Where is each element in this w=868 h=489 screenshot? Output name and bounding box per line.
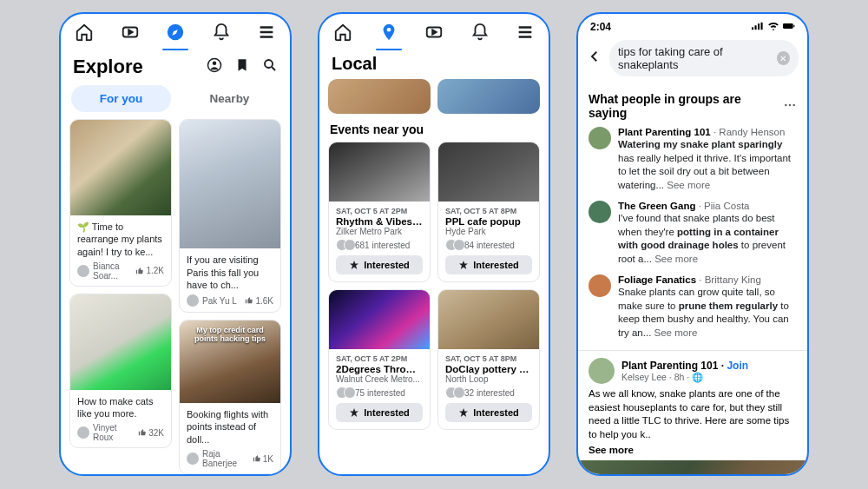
category-chips [319, 79, 549, 119]
page-title: Local [319, 50, 549, 79]
group-snippet[interactable]: The Green Gang · Piia Costa I've found t… [578, 201, 807, 274]
category-chip[interactable] [437, 79, 540, 114]
card-image: My top credit card points hacking tips [180, 320, 280, 403]
events-grid: SAT, OCT 5 AT 2PM Rhythm & Vibes Dan... … [319, 142, 549, 430]
interested-button[interactable]: Interested [336, 255, 423, 274]
event-place: Walnut Creek Metro... [329, 374, 430, 387]
group-avatar [589, 274, 611, 297]
back-button[interactable] [587, 49, 602, 68]
search-icon[interactable] [262, 57, 278, 76]
feed-card[interactable]: 🌱 Time to rearrange my plants again! I t… [69, 119, 172, 287]
event-card[interactable]: SAT, OCT 5 AT 8PM PPL cafe popup Hyde Pa… [437, 142, 540, 282]
card-likes: 32K [148, 428, 164, 438]
event-image [329, 290, 430, 349]
local-pin-icon[interactable] [379, 23, 398, 45]
status-bar: 2:04 [578, 14, 807, 36]
full-post[interactable]: Plant Parenting 101 · Join Kelsey Lee · … [578, 350, 807, 476]
event-image [329, 142, 430, 202]
card-caption: Booking flights with points instead of d… [180, 403, 280, 449]
card-author: Raja Banerjee [202, 449, 249, 468]
event-interested-count: 32 interested [438, 387, 539, 403]
event-interested-count: 681 interested [329, 239, 430, 255]
card-caption: How to make cats like you more. [70, 390, 171, 424]
see-more[interactable]: See more [667, 180, 710, 190]
svg-rect-7 [752, 27, 753, 30]
feed-card[interactable]: How to make cats like you more. Vinyet R… [69, 294, 172, 449]
event-title: PPL cafe popup [438, 215, 539, 227]
see-more[interactable]: See more [654, 254, 698, 264]
avatar [77, 265, 89, 277]
menu-icon[interactable] [257, 23, 276, 45]
more-icon[interactable] [783, 98, 797, 115]
group-avatar [589, 201, 611, 223]
interested-button[interactable]: Interested [336, 403, 423, 422]
bell-icon[interactable] [212, 23, 231, 45]
card-author: Bianca Soar... [93, 261, 132, 281]
video-icon[interactable] [424, 23, 444, 45]
bookmark-icon[interactable] [234, 57, 250, 76]
card-image [180, 120, 280, 248]
signal-icon [752, 21, 764, 33]
group-avatar [589, 127, 611, 149]
home-icon[interactable] [75, 23, 94, 45]
group-snippet[interactable]: Foliage Fanatics · Brittany King Snake p… [578, 274, 807, 348]
see-more[interactable]: See more [654, 327, 698, 338]
card-author: Pak Yu L [202, 296, 237, 306]
home-icon[interactable] [333, 23, 352, 45]
explore-header: Explore [61, 50, 290, 85]
event-card[interactable]: SAT, OCT 5 AT 2PM 2Degrees Throwback Wal… [328, 289, 431, 430]
explore-tabs: For you Nearby [61, 85, 290, 119]
svg-point-3 [213, 62, 217, 66]
svg-rect-8 [755, 25, 757, 30]
explore-icon[interactable] [166, 23, 185, 45]
feed-card[interactable]: If you are visiting Paris this fall you … [179, 119, 281, 313]
svg-rect-10 [761, 23, 763, 30]
avatar [187, 453, 199, 465]
event-interested-count: 84 interested [438, 239, 539, 255]
event-date: SAT, OCT 5 AT 2PM [329, 202, 430, 215]
event-card[interactable]: SAT, OCT 5 AT 8PM DoClay pottery night N… [437, 289, 540, 430]
status-time: 2:04 [590, 21, 611, 33]
avatar [187, 294, 199, 307]
search-query-text: tips for taking care of snakeplants [618, 45, 777, 71]
tab-for-you[interactable]: For you [71, 85, 171, 112]
svg-rect-9 [758, 23, 760, 30]
video-icon[interactable] [121, 23, 140, 45]
top-nav [319, 14, 549, 50]
category-chip[interactable] [328, 79, 431, 114]
menu-icon[interactable] [516, 23, 535, 45]
card-likes: 1.2K [146, 266, 164, 275]
phone-search: 2:04 tips for taking care of snakeplants… [576, 12, 809, 476]
event-image [438, 142, 539, 202]
svg-rect-12 [793, 25, 794, 27]
event-date: SAT, OCT 5 AT 2PM [329, 349, 430, 363]
event-date: SAT, OCT 5 AT 8PM [438, 202, 539, 215]
post-text: As we all know, snake plants are one of … [589, 387, 797, 441]
battery-icon [783, 21, 795, 33]
card-image [70, 294, 171, 390]
tab-nearby[interactable]: Nearby [180, 85, 279, 112]
top-nav [61, 14, 290, 50]
event-title: Rhythm & Vibes Dan... [329, 215, 430, 227]
clear-icon[interactable]: ✕ [777, 51, 790, 65]
interested-button[interactable]: Interested [445, 403, 532, 422]
event-place: Zilker Metro Park [329, 227, 430, 239]
card-image [70, 120, 171, 215]
interested-button[interactable]: Interested [445, 255, 532, 274]
card-likes: 1K [263, 454, 273, 464]
feed-card[interactable]: My top credit card points hacking tips B… [179, 320, 281, 474]
card-overlay-text: My top credit card points hacking tips [185, 326, 275, 343]
group-avatar [589, 358, 615, 384]
group-snippet[interactable]: Plant Parenting 101 · Randy Henson Water… [578, 127, 807, 201]
card-author: Vinyet Roux [93, 423, 135, 442]
bell-icon[interactable] [470, 23, 490, 45]
profile-icon[interactable] [207, 57, 222, 76]
join-link[interactable]: Join [727, 360, 748, 372]
page-title: Explore [73, 56, 143, 78]
see-more[interactable]: See more [589, 445, 797, 455]
event-card[interactable]: SAT, OCT 5 AT 2PM Rhythm & Vibes Dan... … [328, 142, 431, 282]
avatar [77, 426, 89, 439]
explore-feed: 🌱 Time to rearrange my plants again! I t… [61, 119, 290, 474]
svg-point-5 [386, 28, 391, 32]
search-input[interactable]: tips for taking care of snakeplants ✕ [609, 40, 799, 76]
